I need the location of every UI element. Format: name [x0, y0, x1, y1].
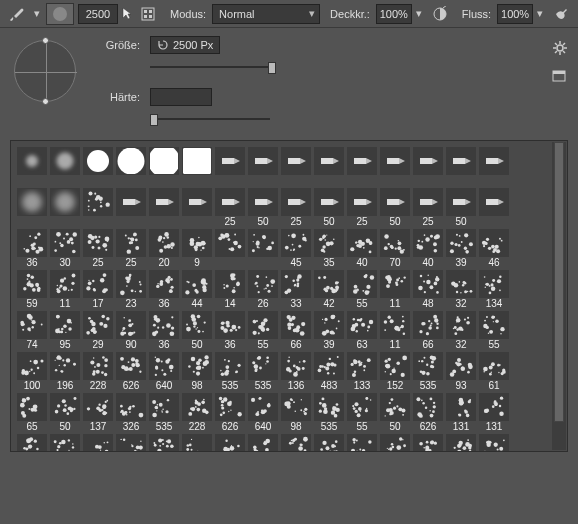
brush-preset[interactable]: 483: [314, 352, 344, 390]
brush-preset[interactable]: 70: [380, 229, 410, 267]
brush-preset[interactable]: 26: [248, 270, 278, 308]
brush-preset[interactable]: 365: [446, 434, 476, 452]
tablet-opacity-icon[interactable]: [428, 3, 452, 25]
brush-preset[interactable]: 133: [347, 352, 377, 390]
brush-preset[interactable]: 535: [149, 393, 179, 431]
brush-preset[interactable]: 66: [281, 311, 311, 349]
brush-preset[interactable]: 40: [347, 229, 377, 267]
brush-preset[interactable]: 626: [215, 393, 245, 431]
brush-preset[interactable]: 25: [413, 188, 443, 226]
brush-preset[interactable]: [17, 188, 47, 226]
brush-preset[interactable]: 93: [83, 434, 113, 452]
tool-brush-icon[interactable]: [4, 3, 28, 25]
brush-preset[interactable]: 33: [281, 270, 311, 308]
brush-preset[interactable]: 59: [17, 270, 47, 308]
brush-preset[interactable]: 40: [413, 229, 443, 267]
tool-preset-dropdown[interactable]: ▾: [32, 7, 42, 20]
brush-preset[interactable]: [413, 147, 443, 185]
brush-preset[interactable]: 11: [50, 270, 80, 308]
brush-preset[interactable]: 50: [446, 188, 476, 226]
brush-preset[interactable]: 50: [50, 434, 80, 452]
brush-preset[interactable]: 417: [182, 434, 212, 452]
brush-preset[interactable]: 136: [281, 352, 311, 390]
brush-preset[interactable]: [446, 147, 476, 185]
brush-preset[interactable]: 23: [116, 270, 146, 308]
brush-preset[interactable]: 131: [479, 393, 509, 431]
brush-preset[interactable]: 35: [314, 229, 344, 267]
brush-preset[interactable]: 11: [380, 311, 410, 349]
brush-preset[interactable]: 29: [83, 311, 113, 349]
brush-preset[interactable]: 55: [347, 393, 377, 431]
brush-preset[interactable]: [182, 147, 212, 185]
opacity-dropdown[interactable]: ▾: [414, 7, 424, 20]
brush-preset[interactable]: [17, 147, 47, 185]
brush-preset[interactable]: [50, 147, 80, 185]
brush-preset[interactable]: 365: [248, 434, 278, 452]
brush-preset[interactable]: [83, 188, 113, 226]
brush-preset[interactable]: 44: [182, 270, 212, 308]
brush-preset[interactable]: 36: [149, 270, 179, 308]
brush-preset[interactable]: 336: [314, 434, 344, 452]
brush-preset[interactable]: [380, 147, 410, 185]
brush-preset[interactable]: 14: [215, 270, 245, 308]
brush-preset[interactable]: 48: [413, 270, 443, 308]
brush-preset[interactable]: [347, 147, 377, 185]
airbrush-icon[interactable]: [549, 3, 573, 25]
brush-preset[interactable]: 25: [215, 188, 245, 226]
brush-preset[interactable]: 39: [314, 311, 344, 349]
brush-preset[interactable]: 100: [17, 352, 47, 390]
brush-preset[interactable]: [116, 188, 146, 226]
brush-preset[interactable]: 55: [347, 270, 377, 308]
brush-preset[interactable]: [149, 147, 179, 185]
brush-preset[interactable]: 626: [413, 393, 443, 431]
brush-preset[interactable]: [182, 188, 212, 226]
brush-preset[interactable]: 50: [182, 311, 212, 349]
brush-preset[interactable]: 131: [446, 393, 476, 431]
brush-preset[interactable]: 469: [116, 434, 146, 452]
brush-preset[interactable]: 45: [281, 229, 311, 267]
size-value-box[interactable]: 2500 Px: [150, 36, 220, 54]
brush-preset[interactable]: 42: [314, 270, 344, 308]
brush-preset[interactable]: 56: [17, 434, 47, 452]
brush-preset[interactable]: 535: [215, 352, 245, 390]
brush-preset[interactable]: 61: [479, 352, 509, 390]
brush-preset[interactable]: 25: [83, 229, 113, 267]
brush-preset[interactable]: 50: [380, 393, 410, 431]
brush-preset[interactable]: 66: [413, 311, 443, 349]
brush-preset[interactable]: 439: [281, 434, 311, 452]
brush-preset[interactable]: 535: [314, 393, 344, 431]
brush-preset[interactable]: [479, 147, 509, 185]
brush-preset[interactable]: 20: [149, 229, 179, 267]
brush-preset[interactable]: 30: [50, 229, 80, 267]
gear-icon[interactable]: [552, 40, 568, 56]
hardness-slider[interactable]: [150, 112, 270, 126]
new-preset-icon[interactable]: [552, 68, 568, 82]
brush-preset[interactable]: 90: [116, 311, 146, 349]
brush-preset[interactable]: 462: [149, 434, 179, 452]
brush-preset[interactable]: [215, 229, 245, 267]
brush-preset[interactable]: 228: [182, 393, 212, 431]
brush-preset[interactable]: 535: [413, 352, 443, 390]
brush-preset[interactable]: 17: [83, 270, 113, 308]
brush-preset[interactable]: 50: [314, 188, 344, 226]
brush-preset[interactable]: 326: [116, 393, 146, 431]
angle-handle-top[interactable]: [42, 37, 49, 44]
brush-preset[interactable]: 535: [248, 352, 278, 390]
hardness-value-box[interactable]: [150, 88, 212, 106]
brush-preset[interactable]: 36: [17, 229, 47, 267]
brush-preset[interactable]: 36: [149, 311, 179, 349]
blend-mode-select[interactable]: Normal: [212, 4, 320, 24]
brush-preset[interactable]: 25: [116, 229, 146, 267]
brush-preset[interactable]: 65: [17, 393, 47, 431]
brush-preset[interactable]: 134: [479, 270, 509, 308]
brush-preset[interactable]: 439: [479, 434, 509, 452]
brush-preset[interactable]: [116, 147, 146, 185]
brush-preset[interactable]: 32: [446, 311, 476, 349]
brush-preview-icon[interactable]: [46, 3, 74, 25]
brush-preset[interactable]: 626: [116, 352, 146, 390]
brush-preset[interactable]: 25: [347, 188, 377, 226]
brush-preset[interactable]: 341: [347, 434, 377, 452]
brush-preset[interactable]: [479, 188, 509, 226]
brush-preset[interactable]: 95: [50, 311, 80, 349]
scrollbar-thumb[interactable]: [554, 142, 564, 422]
